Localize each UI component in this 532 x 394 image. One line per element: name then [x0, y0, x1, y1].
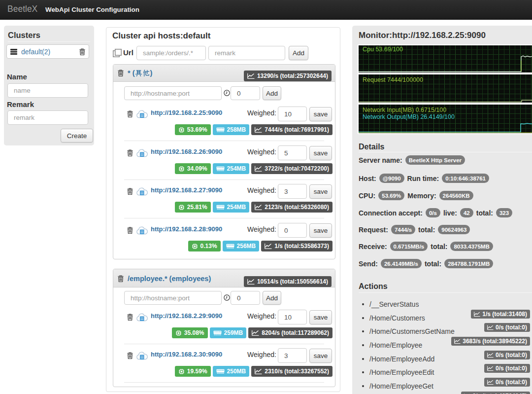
- svg-text:Network Input(MB) 0.6715/100: Network Input(MB) 0.6715/100: [363, 107, 446, 113]
- svg-text:Request 7444/100000: Request 7444/100000: [363, 76, 423, 83]
- svg-text:Cpu 53.69/100: Cpu 53.69/100: [363, 46, 403, 53]
- svg-text:Network Output(MB) 26.4149/100: Network Output(MB) 26.4149/100: [363, 113, 455, 120]
